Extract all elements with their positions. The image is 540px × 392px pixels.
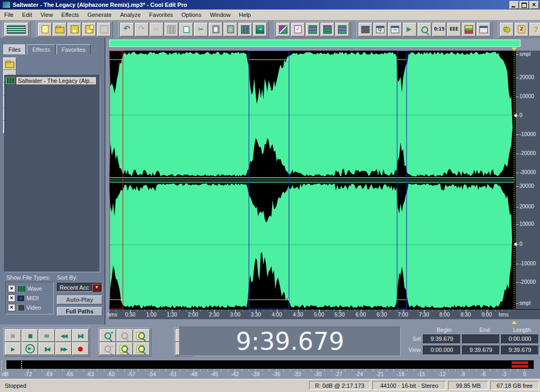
- play-to-end-button[interactable]: ▶: [22, 342, 38, 355]
- delete-selection-icon: [152, 26, 161, 33]
- effect-wave-c-button[interactable]: [335, 23, 349, 36]
- view-toggle-button[interactable]: [4, 23, 28, 36]
- cursor-strip-bottom[interactable]: [109, 319, 540, 324]
- window-arrow-button[interactable]: [388, 23, 402, 36]
- record-button[interactable]: ●: [72, 342, 89, 355]
- menu-window[interactable]: Window: [206, 11, 235, 19]
- clip-indicator-left[interactable]: [512, 361, 528, 364]
- cursor-marker-bottom[interactable]: [512, 321, 517, 324]
- menu-edit[interactable]: Edit: [18, 11, 36, 19]
- paste-button[interactable]: [209, 23, 223, 36]
- save-file-button[interactable]: [68, 23, 81, 36]
- ruler-tick: [516, 135, 518, 135]
- file-list-item[interactable]: Saltwater - The Legacy (Alp...: [5, 75, 100, 85]
- menu-analyze[interactable]: Analyze: [116, 11, 145, 19]
- current-time-display[interactable]: 9:39.679: [179, 327, 401, 356]
- play-looped-button[interactable]: ∞: [38, 329, 55, 342]
- mix-paste-button[interactable]: [238, 23, 252, 36]
- overview-navigator-bar[interactable]: [109, 40, 520, 47]
- level-meter[interactable]: dB-72-69-66-63-60-57-54-51-48-45-42-39-3…: [0, 359, 540, 379]
- timeline-label: 5:00: [310, 312, 328, 318]
- zoom-sel-left-icon: [138, 332, 145, 339]
- menu-favorites[interactable]: Favorites: [145, 11, 177, 19]
- dropdown-arrow-icon[interactable]: ▼: [92, 284, 101, 292]
- scripts-button[interactable]: [515, 23, 528, 36]
- cue-list-button[interactable]: 0:15: [432, 23, 446, 36]
- undo-button[interactable]: [120, 23, 134, 36]
- zoom-in-button[interactable]: +: [100, 329, 116, 342]
- cursor-strip-top[interactable]: [109, 47, 540, 51]
- save-as-icon: [85, 25, 93, 33]
- edit-waveform-button[interactable]: [276, 23, 290, 36]
- window-search-button[interactable]: [373, 23, 387, 36]
- sort-by-dropdown[interactable]: Recent Acc ▼: [57, 283, 102, 292]
- minimize-button[interactable]: [509, 1, 519, 9]
- menu-effects[interactable]: Effects: [57, 11, 83, 19]
- cut-button[interactable]: [194, 23, 208, 36]
- convert-sample-type-button[interactable]: [253, 23, 267, 36]
- settings-button[interactable]: [500, 23, 514, 36]
- go-to-end-button[interactable]: ▶▮: [72, 329, 89, 342]
- files-panel: FilesEffectsFavorites Saltwater - The Le…: [0, 38, 105, 324]
- zoom-sel-right-button[interactable]: [133, 342, 150, 355]
- play-button[interactable]: ▶: [5, 342, 21, 355]
- effect-wave-a-button[interactable]: [306, 23, 320, 36]
- time-ruler[interactable]: hms0:301:001:302:002:303:003:304:004:305…: [109, 309, 540, 319]
- zoom-sel-left-button[interactable]: [133, 329, 150, 342]
- timeline-label: 6:00: [352, 312, 370, 318]
- window-dark-button[interactable]: [359, 23, 372, 36]
- checkbox-midi[interactable]: ×: [8, 294, 15, 302]
- clip-indicator-right[interactable]: [512, 365, 528, 368]
- tab-effects[interactable]: Effects: [27, 44, 55, 54]
- menu-help[interactable]: Help: [235, 11, 255, 19]
- open-file-button[interactable]: [3, 58, 16, 70]
- file-list[interactable]: Saltwater - The Legacy (Alp...: [4, 75, 100, 272]
- full-paths-button[interactable]: Full Paths: [57, 307, 102, 316]
- sel-begin-value[interactable]: 9:39.679: [423, 334, 461, 344]
- go-to-beginning-button[interactable]: ▮◀: [38, 342, 55, 355]
- checkbox-video[interactable]: ×: [8, 304, 15, 311]
- view-begin-value[interactable]: 0:00.000: [423, 346, 461, 355]
- meter-level-mark: [21, 361, 23, 368]
- ruler-tick: [516, 264, 518, 264]
- tab-files[interactable]: Files: [3, 44, 26, 54]
- tab-favorites[interactable]: Favorites: [56, 44, 91, 54]
- new-file-button[interactable]: [38, 23, 52, 36]
- fast-forward-button[interactable]: ▶▶: [55, 342, 72, 355]
- zoom-to-selection-button[interactable]: [117, 342, 133, 355]
- frames-view-button[interactable]: EEE: [447, 23, 461, 36]
- effects-checklist-button[interactable]: [291, 23, 305, 36]
- maximize-button[interactable]: [519, 1, 529, 9]
- menu-generate[interactable]: Generate: [83, 11, 116, 19]
- amplitude-ruler[interactable]: smpl20000100000-10000-20000-300003000020…: [515, 51, 540, 309]
- pause-button[interactable]: ▮▮: [22, 329, 38, 342]
- checkbox-wave[interactable]: ×: [8, 285, 15, 292]
- filetype-wave: ×Wave: [8, 284, 53, 293]
- paste-to-new-button[interactable]: [224, 23, 237, 36]
- help-button[interactable]: [529, 23, 540, 36]
- save-as-button[interactable]: [82, 23, 96, 36]
- save-all-button: [97, 23, 111, 36]
- spectral-view-button[interactable]: [462, 23, 476, 36]
- effect-wave-b-button[interactable]: [321, 23, 334, 36]
- auto-play-button[interactable]: Auto-Play: [57, 295, 102, 304]
- filetype-label: MIDI: [26, 295, 38, 301]
- view-end-value[interactable]: 9:39.679: [462, 346, 500, 355]
- effect-wave-a-icon: [308, 25, 317, 34]
- view-length-value[interactable]: 9:39.679: [501, 346, 539, 355]
- blank-window-button[interactable]: [477, 23, 490, 36]
- close-button[interactable]: [529, 1, 539, 9]
- open-file-button[interactable]: [53, 23, 66, 36]
- zoom-window-button[interactable]: [418, 23, 431, 36]
- menu-file[interactable]: File: [0, 11, 18, 19]
- fast-forward-icon: ▶▶: [61, 346, 66, 352]
- menu-options[interactable]: Options: [177, 11, 206, 19]
- menu-view[interactable]: View: [36, 11, 57, 19]
- sel-end-value[interactable]: [462, 334, 500, 344]
- rewind-button[interactable]: ◀◀: [55, 329, 72, 342]
- play-list-button[interactable]: [403, 23, 417, 36]
- stop-button[interactable]: ■: [5, 329, 21, 342]
- waveform-display[interactable]: [109, 51, 515, 309]
- copy-button[interactable]: [179, 23, 193, 36]
- sel-length-value[interactable]: 0:00.000: [501, 334, 539, 344]
